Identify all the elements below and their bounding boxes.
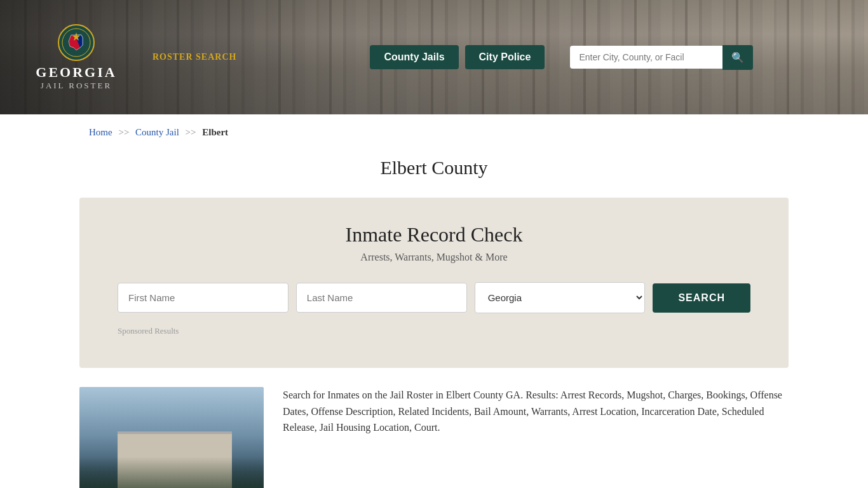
record-check-title: Inmate Record Check <box>118 223 750 247</box>
site-header: GEORGIA JAIL ROSTER ROSTER SEARCH County… <box>0 0 868 114</box>
county-image: SHERIFF <box>79 387 264 488</box>
logo-title-line2: JAIL ROSTER <box>41 81 112 91</box>
nav-buttons: County Jails City Police <box>370 45 545 69</box>
breadcrumb-sep2: >> <box>186 127 196 137</box>
header-search-input[interactable] <box>570 46 722 69</box>
record-check-subtitle: Arrests, Warrants, Mugshot & More <box>118 252 750 263</box>
search-icon: 🔍 <box>731 52 744 63</box>
breadcrumb-county-jail-link[interactable]: County Jail <box>135 127 179 137</box>
logo-title-line1: GEORGIA <box>36 64 116 81</box>
first-name-input[interactable] <box>118 283 288 313</box>
city-police-button[interactable]: City Police <box>465 45 545 69</box>
record-check-section: Inmate Record Check Arrests, Warrants, M… <box>79 198 789 368</box>
breadcrumb-current: Elbert <box>202 127 228 137</box>
site-logo: GEORGIA JAIL ROSTER <box>25 24 127 91</box>
state-select[interactable]: AlabamaAlaskaArizonaArkansasCaliforniaCo… <box>475 282 646 313</box>
last-name-input[interactable] <box>296 283 467 313</box>
page-title: Elbert County <box>0 157 868 179</box>
trees-overlay <box>79 457 264 488</box>
page-title-section: Elbert County <box>0 151 868 198</box>
bottom-section: SHERIFF Search for Inmates on the Jail R… <box>0 368 868 488</box>
breadcrumb-home-link[interactable]: Home <box>89 127 112 137</box>
header-search-button[interactable]: 🔍 <box>722 45 753 70</box>
roster-search-link[interactable]: ROSTER SEARCH <box>153 52 236 62</box>
bottom-description: Search for Inmates on the Jail Roster in… <box>283 387 789 436</box>
sponsored-results-label: Sponsored Results <box>118 326 750 336</box>
header-search-area: 🔍 <box>570 45 753 70</box>
main-nav: ROSTER SEARCH County Jails City Police 🔍 <box>153 45 843 70</box>
georgia-seal-icon <box>57 24 95 62</box>
breadcrumb-sep1: >> <box>118 127 129 137</box>
county-jails-button[interactable]: County Jails <box>370 45 458 69</box>
record-search-button[interactable]: SEARCH <box>653 283 750 313</box>
breadcrumb: Home >> County Jail >> Elbert <box>0 114 868 151</box>
record-check-form: AlabamaAlaskaArizonaArkansasCaliforniaCo… <box>118 282 750 313</box>
